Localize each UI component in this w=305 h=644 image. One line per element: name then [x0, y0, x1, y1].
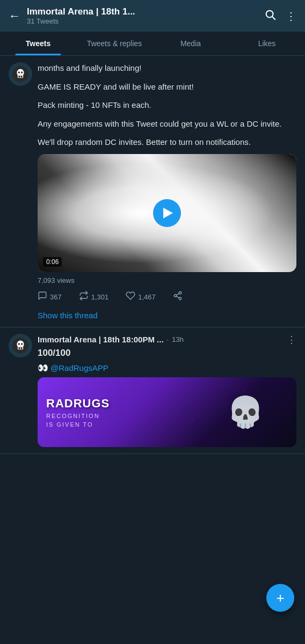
svg-line-13: [176, 293, 179, 295]
tweet-header: months and finally launching! GAME IS RE…: [9, 62, 296, 320]
svg-point-8: [21, 71, 23, 74]
mention-handle[interactable]: @RadRugsAPP: [50, 363, 108, 372]
tweet-line-2: GAME IS READY and will be live after min…: [38, 81, 296, 93]
show-thread-link[interactable]: Show this thread: [38, 311, 98, 320]
action-bar: 367 1,301: [38, 289, 296, 305]
tweet-text: months and finally launching! GAME IS RE…: [38, 62, 296, 149]
tweet-card-2: Immortal Arena | 18th 18:00PM ... · 13h …: [0, 327, 305, 454]
tweet-2-timestamp: 13h: [172, 335, 184, 343]
tab-media[interactable]: Media: [152, 32, 229, 55]
tweet-line-3: Pack minting - 10 NFTs in each.: [38, 99, 296, 112]
svg-rect-6: [21, 76, 23, 78]
header-title: Immortal Arena | 18th 1...: [27, 6, 258, 17]
banner-text-block: RADRUGS RECOGNITION IS GIVEN TO: [46, 397, 110, 428]
svg-rect-17: [18, 347, 20, 349]
play-icon: [163, 208, 173, 218]
like-action[interactable]: 1,467: [126, 291, 156, 303]
svg-point-20: [21, 343, 23, 345]
radrugs-subtitle: RECOGNITION: [46, 413, 110, 419]
header-icons: ⋮: [264, 9, 296, 23]
tweet-2-mention[interactable]: 👀 @RadRugsAPP: [38, 363, 296, 373]
play-button[interactable]: [153, 199, 181, 227]
share-action[interactable]: [173, 291, 183, 303]
retweet-action[interactable]: 1,301: [79, 291, 109, 303]
svg-rect-5: [18, 76, 20, 78]
retweet-count: 1,301: [91, 293, 109, 301]
svg-point-19: [18, 343, 20, 345]
like-count: 1,467: [138, 293, 156, 301]
tweet-2-more-icon[interactable]: ⋮: [287, 334, 296, 346]
radrugs-title: RADRUGS: [46, 397, 110, 411]
reply-count: 367: [50, 293, 62, 301]
back-button[interactable]: ←: [9, 9, 20, 23]
tab-tweets-replies[interactable]: Tweets & replies: [76, 32, 152, 55]
search-icon[interactable]: [264, 9, 276, 23]
header: ← Immortal Arena | 18th 1... 31 Tweets ⋮: [0, 0, 305, 32]
compose-fab[interactable]: +: [266, 584, 294, 612]
banner-skull: 💀: [227, 394, 264, 430]
avatar-2: [9, 334, 32, 357]
tweet-line-1: months and finally launching!: [38, 62, 296, 75]
tweet-card-1: months and finally launching! GAME IS RE…: [0, 56, 305, 327]
tweet-2-author: Immortal Arena | 18th 18:00PM ...: [38, 335, 164, 344]
reply-action[interactable]: 367: [38, 291, 62, 303]
svg-line-1: [272, 17, 275, 19]
tweet-2-content: Immortal Arena | 18th 18:00PM ... · 13h …: [38, 334, 296, 447]
radrugs-line3: IS GIVEN TO: [46, 421, 110, 428]
tweet-2-text: 100/100: [38, 348, 296, 358]
tweet-2-row: Immortal Arena | 18th 18:00PM ... · 13h …: [9, 334, 296, 447]
tweet-content: months and finally launching! GAME IS RE…: [38, 62, 296, 320]
svg-rect-18: [21, 347, 23, 349]
svg-point-7: [18, 71, 20, 74]
tweet-line-4: Any engagements with this Tweet could ge…: [38, 118, 296, 130]
retweet-icon: [79, 291, 89, 303]
tweet-line-5: We'll drop random DC invites. Better to …: [38, 136, 296, 149]
share-icon: [173, 291, 183, 303]
header-title-block: Immortal Arena | 18th 1... 31 Tweets: [27, 6, 258, 25]
tweet-2-time: ·: [167, 335, 169, 343]
radrugs-banner[interactable]: RADRUGS RECOGNITION IS GIVEN TO 💀: [38, 377, 296, 447]
avatar: [9, 62, 32, 86]
eyes-emoji: 👀: [38, 363, 48, 373]
view-count: 7,093 views: [38, 276, 296, 284]
video-thumbnail[interactable]: 0:06: [38, 154, 296, 272]
tabs-bar: Tweets Tweets & replies Media Likes: [0, 32, 305, 56]
header-subtitle: 31 Tweets: [27, 17, 258, 25]
svg-line-12: [176, 296, 179, 298]
reply-icon: [38, 291, 47, 303]
video-duration: 0:06: [43, 257, 62, 267]
more-options-icon[interactable]: ⋮: [286, 10, 296, 23]
tweet-2-meta: Immortal Arena | 18th 18:00PM ... · 13h …: [38, 334, 296, 346]
heart-icon: [126, 291, 135, 303]
tab-likes[interactable]: Likes: [229, 32, 305, 55]
tab-tweets[interactable]: Tweets: [0, 32, 76, 55]
